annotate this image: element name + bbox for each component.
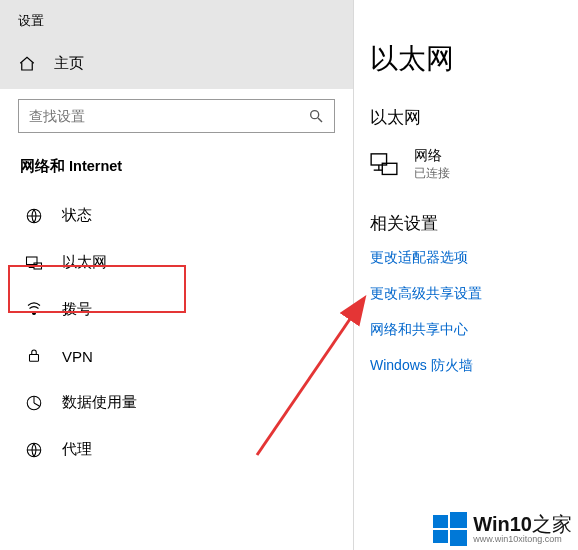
connection-name: 网络 [414,147,450,165]
link-advanced-sharing[interactable]: 更改高级共享设置 [370,285,578,303]
nav-item-status[interactable]: 状态 [0,192,353,239]
nav-item-label: VPN [62,348,93,365]
main-panel: 以太网 以太网 网络 已连接 相关设置 更改适配器选项 更改高级共享设置 网络和… [354,0,578,550]
link-windows-firewall[interactable]: Windows 防火墙 [370,357,578,375]
related-heading: 相关设置 [370,212,578,235]
category-heading: 网络和 Internet [0,139,353,186]
link-network-sharing-center[interactable]: 网络和共享中心 [370,321,578,339]
home-label: 主页 [54,54,84,73]
nav-item-dialup[interactable]: 拨号 [0,286,353,333]
related-settings: 相关设置 更改适配器选项 更改高级共享设置 网络和共享中心 Windows 防火… [370,212,578,375]
search-input-wrap[interactable] [18,99,335,133]
svg-rect-5 [34,263,42,269]
watermark-brand: Win10 [473,513,532,535]
connection-status: 已连接 [414,165,450,182]
connection-icon [370,153,398,177]
windows-logo-icon [433,512,467,546]
link-change-adapter[interactable]: 更改适配器选项 [370,249,578,267]
search-icon [308,108,324,124]
nav-item-label: 数据使用量 [62,393,137,412]
svg-point-8 [33,311,36,314]
watermark-url: www.win10xitong.com [473,535,572,545]
svg-line-1 [318,118,322,122]
nav-list: 状态 以太网 拨号 [0,186,353,473]
nav-item-proxy[interactable]: 代理 [0,426,353,473]
svg-rect-18 [433,515,448,528]
vpn-icon [24,347,44,365]
nav-item-vpn[interactable]: VPN [0,333,353,379]
svg-rect-21 [450,530,467,546]
home-icon [18,55,36,73]
nav-item-ethernet[interactable]: 以太网 [0,239,353,286]
watermark-suffix: 之家 [532,513,572,535]
home-button[interactable]: 主页 [0,40,353,89]
svg-rect-19 [450,512,467,528]
nav-item-label: 拨号 [62,300,92,319]
connection-row[interactable]: 网络 已连接 [370,147,578,182]
dialup-icon [24,301,44,319]
svg-point-0 [311,111,319,119]
watermark: Win10之家 www.win10xitong.com [433,512,572,546]
nav-item-label: 以太网 [62,253,107,272]
ethernet-icon [24,254,44,272]
svg-rect-9 [30,355,39,362]
nav-item-label: 代理 [62,440,92,459]
nav-item-label: 状态 [62,206,92,225]
svg-rect-20 [433,530,448,543]
nav-item-datausage[interactable]: 数据使用量 [0,379,353,426]
status-icon [24,207,44,225]
settings-title: 设置 [18,13,44,28]
settings-header: 设置 [0,0,353,40]
proxy-icon [24,441,44,459]
datausage-icon [24,394,44,412]
search-input[interactable] [29,108,308,124]
page-title: 以太网 [370,40,578,78]
section-title: 以太网 [370,106,578,129]
